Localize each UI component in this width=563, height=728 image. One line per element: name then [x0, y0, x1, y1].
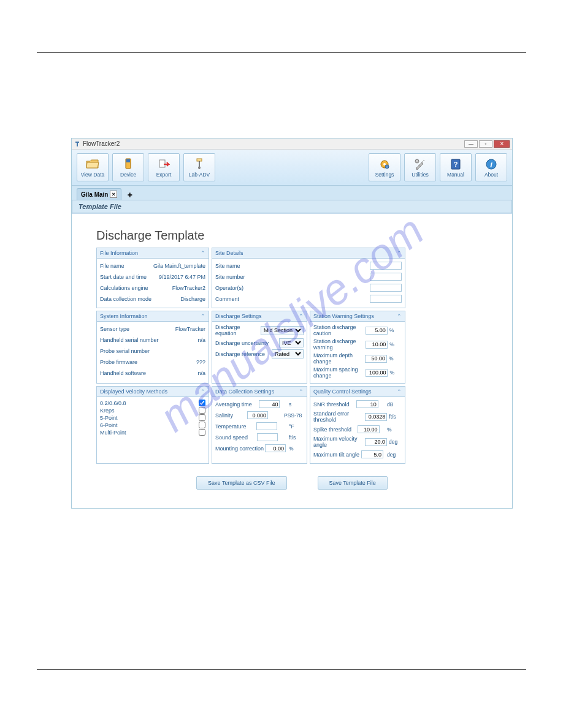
lab-adv-label: Lab-ADV — [189, 172, 210, 178]
vel-multi-checkbox[interactable] — [199, 429, 205, 436]
collapse-icon[interactable]: ⌃ — [201, 250, 205, 256]
sensor-type-label: Sensor type — [100, 326, 129, 332]
sound-speed-input[interactable] — [257, 433, 278, 441]
tab-gila-main[interactable]: Gila Main × — [77, 188, 121, 200]
temperature-input[interactable] — [256, 422, 277, 430]
tilt-input[interactable] — [361, 450, 383, 458]
save-csv-button[interactable]: Save Template as CSV File — [196, 476, 286, 490]
mode-label: Data collection mode — [100, 296, 151, 302]
probe-sn-label: Probe serial number — [100, 348, 150, 354]
sound-speed-unit: ft/s — [289, 434, 304, 441]
stderr-input[interactable] — [365, 413, 387, 421]
vel-angle-unit: deg — [389, 439, 402, 445]
vel-6pt-checkbox[interactable] — [199, 422, 205, 428]
collapse-icon[interactable]: ⌃ — [201, 313, 205, 319]
temperature-label: Temperature — [215, 423, 247, 430]
mode-value: Discharge — [180, 296, 205, 302]
svg-rect-0 — [75, 142, 79, 143]
operator-input[interactable] — [370, 284, 402, 292]
probe-fw-label: Probe firmware — [100, 359, 137, 365]
discharge-unc-select[interactable]: IVE — [279, 338, 304, 347]
panel-title: Quality Control Settings — [313, 389, 372, 395]
vel-026-checkbox[interactable] — [199, 400, 205, 406]
caution-unit: % — [389, 327, 402, 333]
salinity-input[interactable] — [247, 411, 268, 419]
spike-unit: % — [387, 427, 402, 433]
about-label: About — [484, 172, 498, 178]
collapse-icon[interactable]: ⌃ — [299, 389, 304, 395]
start-date-label: Start date and time — [100, 274, 147, 280]
collapse-icon[interactable]: ⌃ — [397, 313, 402, 319]
lab-adv-button[interactable]: Lab-ADV — [183, 153, 215, 181]
minimize-button[interactable]: — — [464, 140, 478, 148]
utilities-button[interactable]: Utilities — [404, 153, 436, 181]
collapse-icon[interactable]: ⌃ — [201, 389, 205, 395]
warning-label: Station discharge warning — [313, 338, 366, 351]
tab-close-icon[interactable]: × — [110, 191, 117, 198]
collapse-icon[interactable]: ⌃ — [397, 389, 402, 395]
device-button[interactable]: Device — [112, 153, 144, 181]
sound-speed-label: Sound speed — [215, 434, 248, 441]
svg-point-11 — [415, 159, 419, 163]
export-button[interactable]: Export — [148, 153, 180, 181]
close-button[interactable]: ✕ — [494, 140, 510, 148]
file-name-label: File name — [100, 263, 124, 269]
panel-title: System Information — [100, 313, 148, 319]
discharge-eq-select[interactable]: Mid Section — [261, 326, 304, 335]
device-label: Device — [120, 172, 136, 178]
depth-input[interactable] — [365, 355, 387, 363]
maximize-button[interactable]: ▫ — [479, 140, 492, 148]
mount-corr-label: Mounting correction — [215, 446, 264, 452]
warning-unit: % — [389, 341, 402, 347]
discharge-ref-select[interactable]: Rated — [272, 349, 304, 358]
manual-icon: ? — [449, 157, 462, 171]
mount-corr-unit: % — [289, 446, 304, 452]
handheld-sn-value: n/a — [197, 337, 205, 343]
spacing-input[interactable] — [366, 369, 388, 377]
save-template-button[interactable]: Save Template File — [318, 476, 388, 490]
probe-icon — [193, 157, 206, 171]
collapse-icon[interactable]: ⌃ — [299, 313, 304, 319]
snr-input[interactable] — [356, 400, 378, 408]
handheld-sw-label: Handheld software — [100, 370, 146, 376]
vel-angle-input[interactable] — [365, 438, 387, 446]
site-number-input[interactable] — [370, 273, 402, 281]
about-button[interactable]: i About — [475, 153, 507, 181]
view-data-label: View Data — [81, 172, 105, 178]
utilities-label: Utilities — [412, 172, 428, 178]
station-warning-panel: Station Warning Settings⌃ Station discha… — [310, 311, 405, 384]
avg-time-input[interactable] — [259, 400, 280, 408]
panel-title: Site Details — [215, 250, 243, 256]
depth-label: Maximum depth change — [313, 352, 365, 365]
probe-fw-value: ??? — [196, 359, 205, 365]
spike-input[interactable] — [358, 425, 380, 433]
comment-label: Comment — [215, 296, 239, 302]
manual-label: Manual — [447, 172, 464, 178]
vel-5pt-checkbox[interactable] — [199, 414, 205, 421]
system-information-panel: System Information⌃ Sensor typeFlowTrack… — [96, 311, 209, 384]
comment-input[interactable] — [370, 295, 402, 303]
mount-corr-input[interactable] — [265, 444, 286, 452]
subheader: Template File — [72, 200, 512, 213]
device-icon — [121, 157, 135, 171]
caution-input[interactable] — [366, 327, 388, 335]
svg-rect-3 — [126, 159, 130, 162]
warning-input[interactable] — [366, 341, 388, 349]
view-data-button[interactable]: View Data — [77, 153, 109, 181]
settings-button[interactable]: Settings — [369, 153, 400, 181]
vel-kreps-checkbox[interactable] — [199, 407, 205, 414]
spike-label: Spike threshold — [313, 427, 351, 433]
collapse-icon[interactable]: ⌃ — [397, 250, 402, 256]
panel-title: File Information — [100, 250, 138, 256]
tools-icon — [413, 157, 427, 171]
info-icon: i — [484, 157, 498, 171]
svg-rect-1 — [77, 143, 78, 146]
discharge-ref-label: Discharge reference — [215, 351, 265, 357]
manual-button[interactable]: ? Manual — [440, 153, 472, 181]
add-tab-button[interactable]: + — [124, 190, 136, 200]
site-name-input[interactable] — [370, 262, 402, 270]
export-label: Export — [156, 172, 172, 178]
calc-engine-label: Calculations engine — [100, 285, 148, 291]
content-area: Discharge Template File Information⌃ Fil… — [72, 213, 512, 508]
page-title: Discharge Template — [96, 229, 488, 243]
